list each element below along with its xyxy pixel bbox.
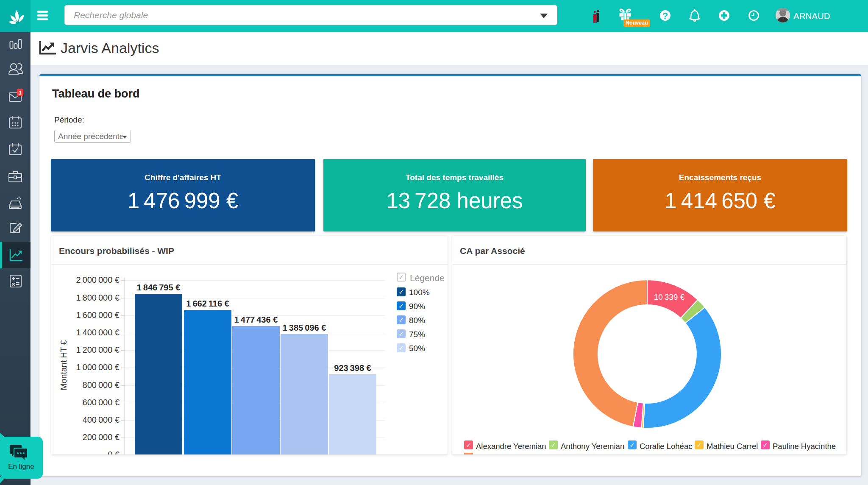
svg-text:1: 1 [19,89,22,96]
svg-text:?: ? [662,11,668,21]
svg-text:En ligne: En ligne [8,463,34,471]
svg-text:10 339 €: 10 339 € [654,293,685,301]
